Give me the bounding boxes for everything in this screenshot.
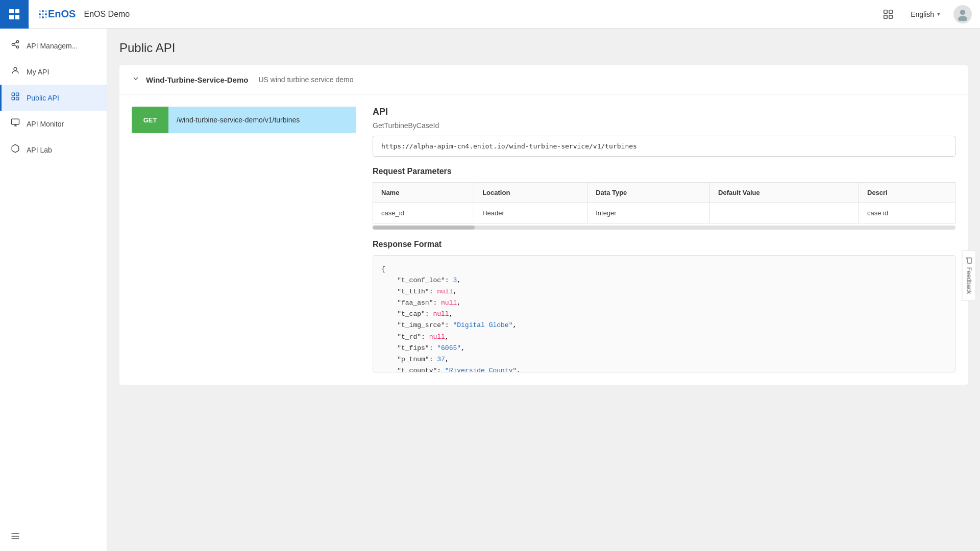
svg-rect-0: [884, 10, 887, 13]
svg-point-11: [14, 67, 17, 70]
param-type: Integer: [587, 203, 710, 223]
content-area: Public API Wind-Turbine-Service-Demo US …: [107, 29, 980, 551]
col-location: Location: [474, 183, 587, 203]
col-name: Name: [373, 183, 474, 203]
param-default: [710, 203, 859, 223]
user-icon: [10, 66, 20, 78]
service-header[interactable]: Wind-Turbine-Service-Demo US wind turbin…: [119, 65, 968, 94]
header-right: English ▼: [878, 4, 972, 24]
app-grid-button[interactable]: [0, 0, 29, 29]
sidebar-item-api-lab[interactable]: API Lab: [0, 137, 107, 163]
request-params-title: Request Parameters: [373, 167, 955, 176]
endpoint-item[interactable]: GET /wind-turbine-service-demo/v1/turbin…: [132, 107, 356, 133]
service-name: Wind-Turbine-Service-Demo: [146, 76, 248, 84]
api-card: Wind-Turbine-Service-Demo US wind turbin…: [119, 65, 968, 385]
chevron-down-icon: [132, 74, 140, 85]
svg-rect-12: [12, 93, 14, 95]
enos-logo: EnOS: [39, 8, 76, 20]
monitor-icon: [10, 118, 20, 130]
logo-dots: [39, 10, 47, 18]
col-data-type: Data Type: [587, 183, 710, 203]
svg-point-4: [960, 9, 965, 14]
sidebar-item-label: API Lab: [27, 146, 52, 154]
svg-rect-2: [889, 10, 892, 13]
param-name: case_id: [373, 203, 474, 223]
method-badge: GET: [132, 107, 168, 133]
language-selector[interactable]: English ▼: [906, 8, 945, 20]
top-header: EnOS EnOS Demo English ▼: [0, 0, 980, 29]
sidebar-item-label: API Managem...: [27, 42, 78, 50]
endpoint-list: GET /wind-turbine-service-demo/v1/turbin…: [132, 107, 356, 372]
svg-rect-1: [884, 15, 887, 18]
grid-icon: [9, 9, 19, 19]
svg-rect-3: [889, 15, 892, 18]
sidebar-item-my-api[interactable]: My API: [0, 59, 107, 85]
chevron-down-icon: ▼: [936, 11, 941, 17]
params-table: Name Location Data Type Default Value De…: [373, 182, 955, 223]
col-description: Descri: [859, 183, 955, 203]
sidebar: API Managem... My API Public API: [0, 29, 107, 551]
table-scrollbar[interactable]: [373, 226, 955, 230]
response-code-block: { "t_conf_loc": 3, "t_ttlh": null, "faa_…: [373, 255, 955, 372]
sidebar-item-api-monitor[interactable]: API Monitor: [0, 111, 107, 137]
svg-rect-16: [12, 119, 19, 124]
logo-text: EnOS: [48, 8, 76, 20]
api-details: API GetTurbineByCaseId https://alpha-api…: [373, 107, 955, 372]
param-location: Header: [474, 203, 587, 223]
grid-apps-icon: [10, 92, 20, 104]
chat-icon: [966, 257, 973, 264]
header-left: EnOS EnOS Demo: [8, 0, 878, 29]
svg-point-7: [12, 43, 14, 46]
svg-point-5: [958, 16, 967, 21]
svg-line-9: [14, 45, 16, 46]
response-format-title: Response Format: [373, 240, 955, 249]
svg-point-8: [16, 46, 19, 48]
api-url: https://alpha-apim-cn4.eniot.io/wind-tur…: [373, 136, 955, 157]
svg-line-10: [14, 42, 16, 44]
sidebar-item-label: Public API: [27, 94, 59, 102]
sidebar-collapse-button[interactable]: [0, 524, 107, 551]
svg-rect-15: [16, 97, 19, 100]
api-name: GetTurbineByCaseId: [373, 121, 955, 130]
share-icon: [10, 40, 20, 52]
user-avatar[interactable]: [953, 5, 972, 23]
language-label: English: [911, 10, 934, 18]
box-icon: [10, 144, 20, 156]
service-description: US wind turbine service demo: [258, 76, 353, 84]
feedback-tab[interactable]: Feedback: [962, 251, 976, 301]
col-default-value: Default Value: [710, 183, 859, 203]
notifications-button[interactable]: [878, 4, 898, 24]
endpoint-path: /wind-turbine-service-demo/v1/turbines: [168, 116, 308, 124]
app-title: EnOS Demo: [84, 10, 130, 19]
sidebar-item-api-management[interactable]: API Managem...: [0, 33, 107, 59]
svg-rect-14: [12, 97, 14, 100]
logo-area: EnOS EnOS Demo: [39, 8, 130, 20]
svg-rect-13: [16, 93, 19, 95]
svg-point-6: [16, 41, 19, 43]
sidebar-item-public-api[interactable]: Public API: [0, 85, 107, 111]
sidebar-item-label: API Monitor: [27, 120, 64, 128]
main-layout: API Managem... My API Public API: [0, 29, 980, 551]
api-section-title: API: [373, 107, 955, 117]
param-desc: case id: [859, 203, 955, 223]
sidebar-item-label: My API: [27, 68, 49, 76]
page-title: Public API: [119, 41, 968, 55]
api-content: GET /wind-turbine-service-demo/v1/turbin…: [119, 94, 968, 385]
scroll-thumb: [373, 226, 475, 230]
feedback-label: Feedback: [966, 267, 973, 294]
table-row: case_id Header Integer case id: [373, 203, 955, 223]
